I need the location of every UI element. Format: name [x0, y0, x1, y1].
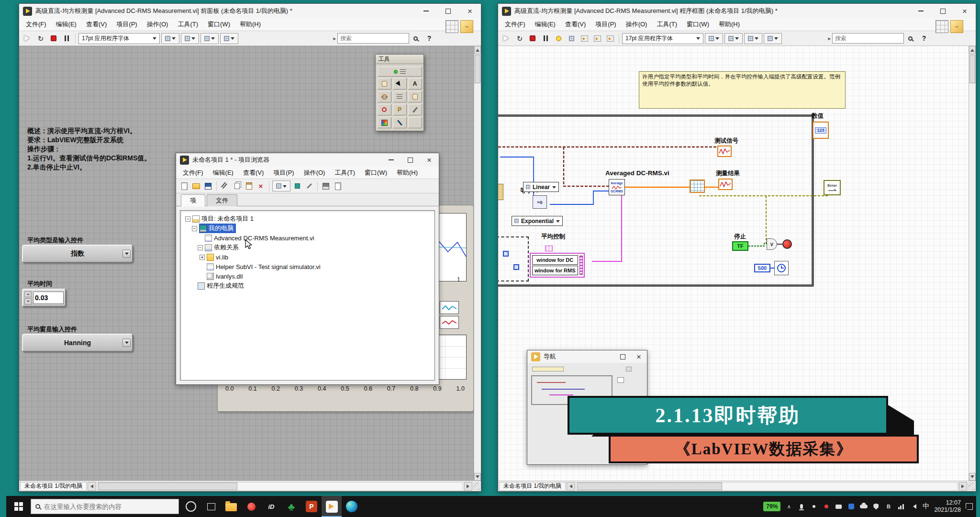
tree-label[interactable]: Helper SubVI - Test signal simulator.vi	[216, 263, 321, 270]
tab-items[interactable]: 项	[181, 194, 205, 206]
window-rms-string[interactable]: window for RMS	[532, 266, 578, 275]
tree-label[interactable]: Advanced DC-RMS Measurement.vi	[214, 235, 314, 242]
avg-type-ring-control[interactable]: 指数	[22, 245, 133, 263]
scroll-right-icon[interactable]	[959, 482, 967, 491]
avg-time-numeric-control[interactable]	[22, 289, 66, 307]
minimize-button[interactable]	[381, 153, 401, 167]
search-input[interactable]	[832, 33, 904, 44]
clean-up-diagram-dropdown[interactable]	[744, 33, 762, 44]
network-icon[interactable]	[897, 503, 905, 511]
build-button[interactable]	[321, 181, 331, 191]
clipped-constant[interactable]	[498, 184, 503, 200]
numeric-indicator-terminal[interactable]: 123	[813, 122, 829, 139]
stop-boolean-terminal[interactable]: TF	[732, 241, 748, 251]
menu-item[interactable]: 编辑(E)	[51, 19, 81, 30]
toolbar-overflow-icon[interactable]: ▸	[828, 35, 831, 42]
run-continuously-button[interactable]: ↻	[35, 33, 46, 44]
headset-icon[interactable]	[810, 503, 818, 511]
clover-app-button[interactable]: ♣	[281, 496, 301, 517]
connector-pane-icon[interactable]	[935, 20, 948, 33]
pause-button[interactable]	[61, 33, 72, 44]
menu-item[interactable]: 操作(O)	[621, 19, 652, 30]
align-objects-dropdown[interactable]	[161, 33, 179, 44]
save-button[interactable]	[203, 181, 213, 191]
avg-window-ring-control[interactable]: Hanning	[22, 334, 133, 352]
menu-item[interactable]: 工具(T)	[330, 167, 360, 179]
connector-pane-icon[interactable]	[445, 20, 458, 33]
collapse-icon[interactable]: −	[198, 245, 203, 250]
block-diagram-titlebar[interactable]: 高级直流-均方根测量 [Advanced DC-RMS Measurement.…	[498, 4, 976, 18]
vi-icon[interactable]: ~	[460, 20, 473, 33]
tree-label[interactable]: 程序生成规范	[207, 281, 244, 290]
equals-zero-node[interactable]: =0	[533, 195, 547, 209]
search-icon[interactable]	[905, 33, 917, 44]
tree-item-my-computer[interactable]: − 我的电脑	[182, 224, 433, 233]
menu-item[interactable]: 编辑(E)	[208, 167, 238, 179]
tree-label[interactable]: 我的电脑	[209, 224, 234, 233]
maximize-button[interactable]	[932, 4, 954, 18]
resize-grip[interactable]	[968, 482, 975, 491]
teams-icon[interactable]	[847, 503, 855, 511]
defender-shield-icon[interactable]	[872, 503, 880, 511]
recorder-button[interactable]	[241, 496, 261, 517]
menu-item[interactable]: 项目(P)	[111, 19, 142, 30]
copy-button[interactable]	[232, 181, 242, 191]
ime-indicator[interactable]: 中	[922, 503, 930, 511]
taskbar-search-box[interactable]	[31, 499, 179, 514]
tree-item-main-vi[interactable]: Advanced DC-RMS Measurement.vi	[182, 233, 433, 243]
menu-item[interactable]: 查看(V)	[560, 19, 590, 30]
measurement-result-label[interactable]: 测量结果	[716, 169, 740, 178]
step-out-button[interactable]	[604, 33, 616, 44]
avg-time-field[interactable]	[33, 292, 64, 304]
collapse-icon[interactable]: −	[185, 216, 190, 222]
exponential-ring-constant[interactable]: Exponential	[512, 216, 563, 226]
view-columns-dropdown[interactable]	[272, 180, 290, 191]
delete-button[interactable]: ×	[256, 181, 266, 191]
pause-button[interactable]	[540, 33, 551, 44]
scroll-right-icon[interactable]	[464, 482, 472, 491]
menu-item[interactable]: 操作(O)	[142, 19, 173, 30]
id-app-button[interactable]: iD	[261, 496, 281, 517]
deploy-button[interactable]	[333, 181, 343, 191]
battery-indicator[interactable]: 79%	[763, 502, 780, 511]
operate-value-tool[interactable]	[378, 78, 391, 90]
terminal-icon[interactable]	[503, 251, 509, 257]
menu-item[interactable]: 查看(V)	[81, 19, 111, 30]
averaged-dc-rms-subvi[interactable]: Average DC/RMS	[609, 179, 625, 195]
terminal-icon[interactable]	[513, 264, 519, 270]
retain-wire-values-button[interactable]	[566, 33, 577, 44]
window-cluster-constant[interactable]: window for DC window for RMS	[530, 253, 585, 278]
tree-label[interactable]: vi.lib	[216, 254, 228, 261]
start-button[interactable]	[9, 496, 29, 517]
abort-button[interactable]	[527, 33, 538, 44]
font-selector-dropdown[interactable]: 17pt 应用程序字体	[622, 33, 703, 44]
tree-item-vilib[interactable]: + vi.lib	[182, 252, 433, 262]
pen-tool[interactable]	[393, 117, 407, 128]
menu-item[interactable]: 文件(F)	[178, 167, 208, 179]
camera-icon[interactable]	[835, 503, 843, 511]
help-icon[interactable]: ?	[423, 33, 435, 44]
tree-label[interactable]: lvanlys.dll	[216, 273, 243, 280]
menu-item[interactable]: 帮助(H)	[714, 19, 745, 30]
position-tool[interactable]	[393, 78, 407, 90]
menu-item[interactable]: 工具(T)	[652, 19, 682, 30]
window-dc-string[interactable]: window for DC	[532, 255, 578, 265]
new-file-button[interactable]	[179, 181, 189, 191]
tree-label[interactable]: 依赖关系	[214, 243, 239, 252]
highlight-execution-button[interactable]	[553, 33, 564, 44]
bluetooth-icon[interactable]: B	[884, 503, 892, 511]
horizontal-scrollbar[interactable]	[97, 482, 463, 491]
matrix-indicator-terminal[interactable]	[690, 180, 705, 193]
font-selector-dropdown[interactable]: 17pt 应用程序字体	[78, 33, 160, 44]
volume-icon[interactable]	[909, 503, 917, 511]
cut-button[interactable]	[220, 181, 230, 191]
avg-control-label[interactable]: 平均控制	[541, 233, 565, 241]
distribute-objects-dropdown[interactable]	[724, 33, 743, 44]
selected-item-highlight[interactable]: 我的电脑	[199, 224, 236, 233]
nav-zoom-icon[interactable]	[626, 367, 632, 371]
vi-icon[interactable]: ~	[950, 20, 963, 33]
probe-tool[interactable]: P	[393, 104, 407, 115]
task-view-button[interactable]	[201, 496, 221, 517]
run-continuously-button[interactable]: ↻	[514, 33, 525, 44]
project-explorer-titlebar[interactable]: 未命名项目 1 * - 项目浏览器 ×	[176, 153, 439, 167]
